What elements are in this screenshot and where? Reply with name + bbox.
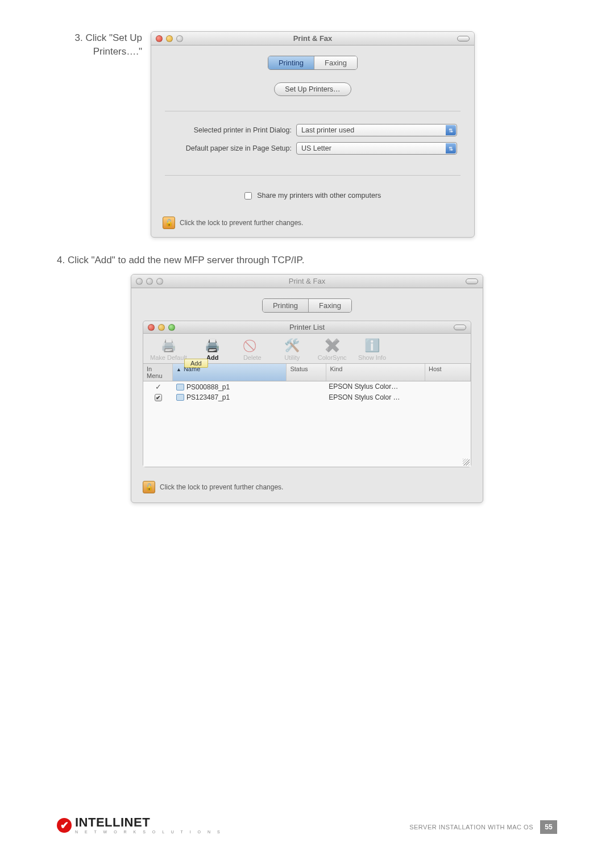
printer-icon: 🖨️ [160,338,177,353]
tab-faxing[interactable]: Faxing [309,299,351,312]
share-printers-label: Share my printers with other computers [257,192,381,200]
utility-icon: 🛠️ [284,338,301,353]
traffic-lights [136,278,163,285]
print-fax-window-1: Print & Fax Printing Faxing Set Up Print… [151,31,475,238]
add-tooltip: Add [184,359,208,368]
close-icon[interactable] [136,278,143,285]
make-default-button: 🖨️ Make Default [150,338,187,361]
lock-text: Click the lock to prevent further change… [160,483,283,491]
set-up-printers-button[interactable]: Set Up Printers… [274,82,351,96]
col-status[interactable]: Status [287,364,326,381]
printer-list-toolbar: 🖨️ Make Default 🖨️ Add ⃠ Delete 🛠️ Utili… [143,334,471,364]
page-number: 55 [540,820,557,834]
dropdown-arrow-icon: ⇅ [446,143,456,153]
share-printers-checkbox[interactable] [244,192,252,200]
toolbar-toggle-icon[interactable] [454,325,466,330]
in-menu-checkbox[interactable]: ✔ [155,394,162,401]
tab-faxing[interactable]: Faxing [314,56,357,69]
resize-handle-icon[interactable] [463,459,470,466]
lock-icon[interactable]: 🔓 [143,481,155,493]
delete-button: ⃠ Delete [238,338,267,361]
lock-text: Click the lock to prevent further change… [180,219,303,227]
printer-list-window: Printer List 🖨️ Make Default 🖨️ Add ⃠ De… [143,321,471,467]
toolbar-toggle-icon[interactable] [457,36,470,41]
printer-icon [176,384,184,391]
minimize-icon[interactable] [146,278,153,285]
paper-size-label: Default paper size in Page Setup: [168,144,296,152]
printer-list-title: Printer List [143,323,471,331]
zoom-icon[interactable] [168,324,175,331]
show-info-button: ℹ️ Show Info [358,338,387,361]
brand-tagline: N E T W O R K S O L U T I O N S [75,830,223,834]
add-printer-button[interactable]: 🖨️ Add [198,338,227,361]
paper-size-select[interactable]: US Letter ⇅ [296,142,457,155]
list-item[interactable]: ✔ PS123487_p1 EPSON Stylus Color … [143,392,471,402]
close-icon[interactable] [156,35,163,42]
colorsync-icon: ✖️ [323,338,341,353]
logo-mark-icon: ✔ [57,818,72,833]
section-label: SERVER INSTALLATION WITH MAC OS [409,824,533,830]
selected-printer-select[interactable]: Last printer used ⇅ [296,124,457,136]
minimize-icon[interactable] [158,324,165,331]
utility-button: 🛠️ Utility [278,338,306,361]
tab-bar: Printing Faxing [262,298,352,313]
page-footer: ✔ INTELLINET N E T W O R K S O L U T I O… [57,816,557,834]
traffic-lights [148,324,175,331]
brand-name: INTELLINET [75,816,223,829]
info-icon: ℹ️ [364,338,381,353]
printer-icon [176,394,184,401]
step3-label: 3. Click "Set Up Printers…." [57,31,142,238]
brand-logo: ✔ INTELLINET N E T W O R K S O L U T I O… [57,816,223,834]
add-printer-icon: 🖨️ [204,338,221,353]
title-bar: Print & Fax [151,32,474,45]
tab-printing[interactable]: Printing [268,56,314,69]
toolbar-toggle-icon[interactable] [466,279,478,284]
zoom-icon[interactable] [156,278,163,285]
in-menu-check[interactable]: ✓ [155,383,161,391]
zoom-icon[interactable] [176,35,183,42]
tab-bar: Printing Faxing [268,56,358,70]
printer-list-body: ✓ PS000888_p1 EPSON Stylus Color… ✔ PS12… [143,381,471,467]
window-title: Print & Fax [151,34,474,43]
title-bar: Print & Fax [131,275,483,288]
tab-printing[interactable]: Printing [263,299,309,312]
col-host[interactable]: Host [425,364,471,381]
lock-icon[interactable]: 🔓 [163,217,175,229]
list-item[interactable]: ✓ PS000888_p1 EPSON Stylus Color… [143,381,471,392]
window-title: Print & Fax [131,277,483,285]
traffic-lights [156,35,183,42]
col-in-menu[interactable]: In Menu [143,364,173,381]
close-icon[interactable] [148,324,155,331]
minimize-icon[interactable] [166,35,173,42]
dropdown-arrow-icon: ⇅ [446,125,456,135]
colorsync-button: ✖️ ColorSync [318,338,347,361]
print-fax-window-2: Print & Fax Printing Faxing Printer [131,274,483,503]
delete-icon: ⃠ [244,338,261,353]
col-kind[interactable]: Kind [326,364,425,381]
step4-label: 4. Click "Add" to add the new MFP server… [57,255,557,266]
selected-printer-label: Selected printer in Print Dialog: [168,126,296,134]
